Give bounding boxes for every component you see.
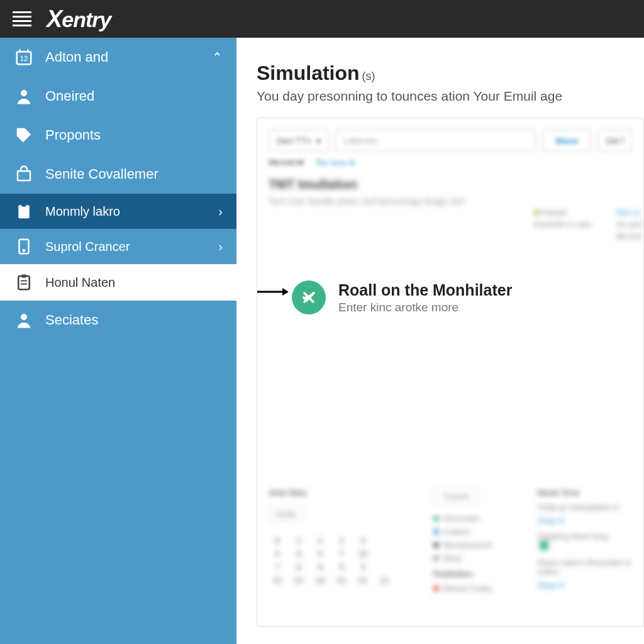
more-button[interactable]: More <box>542 130 591 152</box>
sidebar-item-label: Seciates <box>45 312 98 328</box>
main-content: Simulation(s) You day presonning to toun… <box>236 38 644 644</box>
extra-dropdown[interactable]: Del f <box>597 130 632 152</box>
col3-text-c: Sever uatorn Rncontien & celfict <box>537 558 632 577</box>
search-field[interactable]: Libernen <box>335 130 536 152</box>
status-label: Kaaste <box>541 208 567 217</box>
sidebar-item-senite[interactable]: Senite Covallemer <box>0 155 236 194</box>
col3-text-a: Tottlp gr mamplation in <box>537 502 632 512</box>
check-circle-icon <box>292 280 326 314</box>
svg-rect-7 <box>21 204 26 207</box>
col2-header2: Poelistion <box>433 569 518 579</box>
col3-text-b: Peapling Bowl lsing <box>537 531 632 541</box>
page-title-text: Simulation <box>257 62 360 84</box>
search-placeholder: Libernen <box>343 136 378 146</box>
sidebar-item-label: Senite Covallemer <box>45 166 158 182</box>
blurred-preview: TMT Imullation Tern over handle anten mo… <box>257 167 643 208</box>
sidebar-item-adton[interactable]: 12 Adton and ⌃ <box>0 38 236 77</box>
page-subtitle: You day presonning to tounces ation Your… <box>257 89 644 104</box>
tag-icon <box>14 125 34 145</box>
app-header: Xentry <box>0 0 644 38</box>
brand-logo[interactable]: Xentry <box>47 6 111 33</box>
hamburger-icon[interactable] <box>13 11 31 26</box>
preview-right: Kaaste Generith is cate Stor or On perf … <box>534 208 643 241</box>
tab-2[interactable]: Ten tone tit <box>315 158 355 167</box>
clipboard-icon <box>14 201 34 221</box>
link-a: Stor or <box>616 208 641 217</box>
svg-text:12: 12 <box>20 55 28 62</box>
tab-1[interactable]: REASCM <box>269 158 304 167</box>
page-title: Simulation(s) <box>257 62 644 85</box>
legend: InformeterCrahonMomtesenentShoe <box>433 514 518 563</box>
sidebar-item-label: Suprol Crancer <box>45 240 130 254</box>
sidebar: 12 Adton and ⌃ Oneired Proponts Senite C… <box>0 38 236 644</box>
sidebar-item-label: Proponts <box>45 127 101 143</box>
col3-header: Nowe Tiror <box>537 488 632 497</box>
device-icon <box>14 236 34 257</box>
arrow-icon <box>257 286 290 298</box>
cal-header: Scole <box>269 506 303 522</box>
callout-title: Roall on the Monhilater <box>338 281 512 299</box>
dropdown-label: Dert TT> <box>277 136 311 146</box>
sidebar-item-honut[interactable]: Honul Naten <box>0 264 236 301</box>
person-icon <box>14 86 34 106</box>
svg-point-4 <box>21 90 27 96</box>
sidebar-item-oneired[interactable]: Oneired <box>0 77 236 116</box>
sidebar-item-label: Honul Naten <box>45 275 115 290</box>
calendar-icon: 12 <box>14 47 34 67</box>
tab-row: REASCM Ten tone tit <box>257 152 643 167</box>
sidebar-item-label: Monmly lakro <box>45 204 120 219</box>
callout: Roall on the Monhilater Enter kinc arotk… <box>292 280 512 314</box>
preview-text: Tern over handle anten mof bernoninge fl… <box>269 196 470 208</box>
filter-dropdown[interactable]: Dert TT> ▾ <box>269 130 329 152</box>
svg-marker-16 <box>282 288 289 296</box>
sidebar-item-proponts[interactable]: Proponts <box>0 116 236 155</box>
link-c: lite lont <box>616 231 642 241</box>
sidebar-item-monmly[interactable]: Monmly lakro › <box>0 194 236 229</box>
clipboard-list-icon <box>14 272 34 292</box>
content-card: Dert TT> ▾ Libernen More Del f REASCM Te… <box>257 118 644 627</box>
commit-button[interactable]: Commt <box>433 488 479 505</box>
chevron-right-icon: › <box>218 204 223 219</box>
svg-rect-11 <box>21 275 26 278</box>
bag-icon <box>14 164 34 184</box>
caret-down-icon: ▾ <box>316 136 321 146</box>
chevron-right-icon: › <box>218 240 223 254</box>
calendar-grid: 8223359571578953121214212111 <box>269 536 414 585</box>
svg-point-9 <box>23 249 26 252</box>
status-sub: Generith is cate <box>534 219 591 229</box>
col3-link2[interactable]: Sitop N <box>537 580 632 590</box>
sidebar-item-seciates[interactable]: Seciates <box>0 301 236 340</box>
brand-text: entry <box>62 8 111 31</box>
toolbar: Dert TT> ▾ Libernen More Del f <box>257 130 643 152</box>
svg-rect-5 <box>18 171 30 180</box>
sidebar-item-label: Oneired <box>45 88 94 104</box>
svg-rect-6 <box>18 205 30 218</box>
pos-item: Ressot Cotey <box>443 584 492 593</box>
svg-point-14 <box>21 314 27 320</box>
page-title-suffix: (s) <box>362 70 375 82</box>
col1-header: Alrel Sher <box>269 488 414 497</box>
chevron-up-icon: ⌃ <box>212 50 223 65</box>
preview-title: TMT Imullation <box>269 177 632 192</box>
svg-rect-10 <box>18 276 30 289</box>
bottom-preview: Alrel Sher Scole 82233595715789531212142… <box>257 488 643 626</box>
link-b: On perf <box>616 219 643 229</box>
col3-link1[interactable]: Sitop N <box>537 516 632 525</box>
sidebar-item-suprol[interactable]: Suprol Crancer › <box>0 229 236 264</box>
person-icon <box>14 310 34 330</box>
sidebar-item-label: Adton and <box>45 49 108 65</box>
callout-sub: Enter kinc arotke more <box>338 301 512 314</box>
